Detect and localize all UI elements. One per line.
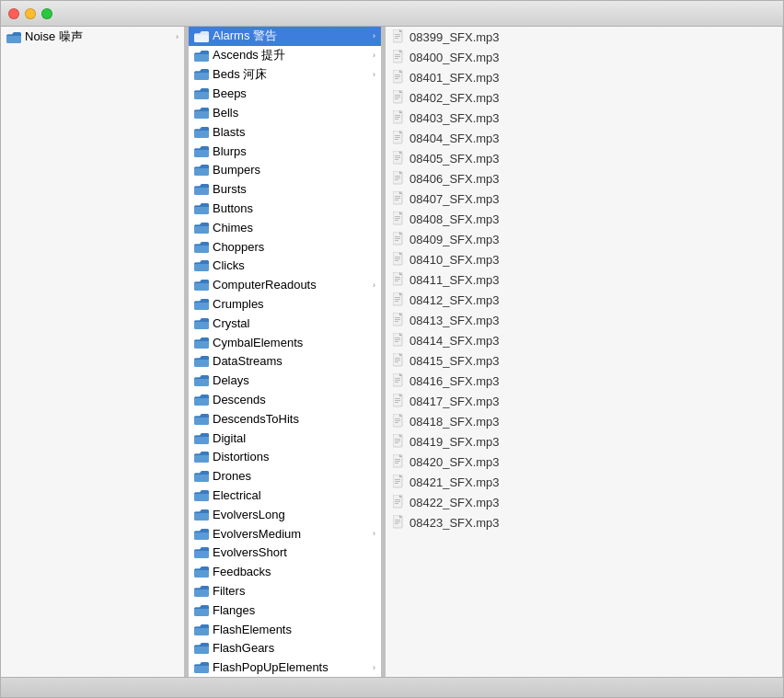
sidebar-item-beds[interactable]: Beds 河床 › <box>189 65 381 85</box>
folder-label: DescendsToHits <box>213 412 375 426</box>
sidebar-item-filters[interactable]: Filters <box>189 581 381 601</box>
audio-file-icon <box>393 29 406 44</box>
sidebar-item-flanges[interactable]: Flanges <box>189 601 381 620</box>
svg-rect-64 <box>395 176 400 177</box>
sidebar-item-evolverslong[interactable]: EvolversLong <box>189 505 381 524</box>
list-item[interactable]: 08416_SFX.mp3 <box>386 371 782 391</box>
svg-rect-40 <box>395 54 400 55</box>
folder-label: Noise 噪声 <box>25 29 172 45</box>
sidebar-item-drones[interactable]: Drones <box>189 466 381 486</box>
sidebar-item-choppers[interactable]: Choppers <box>189 237 381 257</box>
folder-label: Descends <box>213 393 375 406</box>
sidebar-item-alarms[interactable]: Alarms 警告 › <box>189 27 381 46</box>
sidebar-item-digital[interactable]: Digital <box>189 429 381 448</box>
audio-file-icon <box>393 171 406 186</box>
sidebar-item-computerreadouts[interactable]: ComputerReadouts › <box>189 275 381 294</box>
list-item[interactable]: 08406_SFX.mp3 <box>386 168 782 189</box>
sidebar-item-bursts[interactable]: Bursts <box>189 179 381 199</box>
list-item[interactable]: 08421_SFX.mp3 <box>386 472 782 492</box>
sidebar-item-flashgears[interactable]: FlashGears <box>189 639 381 658</box>
folder-icon <box>194 202 209 214</box>
list-item[interactable]: 08411_SFX.mp3 <box>386 269 782 290</box>
list-item[interactable]: 08403_SFX.mp3 <box>386 108 782 128</box>
list-item[interactable]: 08420_SFX.mp3 <box>386 452 782 472</box>
sidebar-item-datastreams[interactable]: DataStreams <box>189 352 381 372</box>
list-item[interactable]: 08422_SFX.mp3 <box>386 492 782 512</box>
sidebar-item-crystal[interactable]: Crystal <box>189 314 381 333</box>
list-item[interactable]: 08408_SFX.mp3 <box>386 209 782 229</box>
folder-icon <box>194 374 209 386</box>
list-item[interactable]: 08399_SFX.mp3 <box>386 27 782 47</box>
file-name: 08401_SFX.mp3 <box>409 71 500 85</box>
audio-file-icon <box>393 353 406 368</box>
folder-icon <box>194 604 209 616</box>
sidebar-item-blasts[interactable]: Blasts <box>189 122 381 142</box>
audio-file-icon <box>393 414 406 429</box>
sidebar-item-beeps[interactable]: Beeps <box>189 84 381 103</box>
list-item[interactable]: 08409_SFX.mp3 <box>386 229 782 249</box>
svg-rect-72 <box>395 216 400 217</box>
folder-label: Ascends 提升 <box>213 47 369 63</box>
file-name: 08408_SFX.mp3 <box>409 212 500 226</box>
sidebar-item-descends[interactable]: Descends <box>189 390 381 409</box>
sidebar-item-evolversshort[interactable]: EvolversShort <box>189 544 381 563</box>
list-item[interactable]: 08400_SFX.mp3 <box>386 47 782 67</box>
folder-label: ComputerReadouts <box>213 278 369 292</box>
file-name: 08415_SFX.mp3 <box>409 354 500 368</box>
folder-icon <box>194 107 209 119</box>
maximize-button[interactable] <box>41 8 52 19</box>
folder-label: Bumpers <box>213 163 375 177</box>
list-item[interactable]: 08402_SFX.mp3 <box>386 87 782 108</box>
folder-label: Electrical <box>213 488 375 502</box>
svg-rect-82 <box>395 260 398 261</box>
sidebar-item-feedbacks[interactable]: Feedbacks <box>189 562 381 581</box>
folder-icon <box>194 298 209 310</box>
list-item[interactable]: 08415_SFX.mp3 <box>386 350 782 371</box>
sidebar-item-bumpers[interactable]: Bumpers <box>189 161 381 180</box>
list-item[interactable]: 08419_SFX.mp3 <box>386 431 782 452</box>
list-item[interactable]: 08404_SFX.mp3 <box>386 128 782 148</box>
sidebar-item-blurps[interactable]: Blurps <box>189 142 381 161</box>
folder-icon <box>194 337 209 349</box>
sidebar-item-buttons[interactable]: Buttons <box>189 199 381 218</box>
list-item[interactable]: 08412_SFX.mp3 <box>386 290 782 310</box>
list-item[interactable]: 08410_SFX.mp3 <box>386 249 782 269</box>
sidebar-item-evolversmedium[interactable]: EvolversMedium › <box>189 524 381 544</box>
minimize-button[interactable] <box>25 8 36 19</box>
sidebar-item-descendstohits[interactable]: DescendsToHits <box>189 409 381 429</box>
sidebar-item-noise[interactable]: Noise 噪声 › <box>1 27 184 47</box>
list-item[interactable]: 08413_SFX.mp3 <box>386 310 782 330</box>
list-item[interactable]: 08407_SFX.mp3 <box>386 189 782 209</box>
chevron-icon: › <box>373 280 375 290</box>
folder-icon <box>194 585 209 597</box>
file-name: 08420_SFX.mp3 <box>409 455 500 469</box>
sidebar-item-flashelements[interactable]: FlashElements <box>189 620 381 639</box>
file-name: 08400_SFX.mp3 <box>409 51 500 64</box>
folder-icon <box>194 509 209 521</box>
sidebar-item-cymbalelements[interactable]: CymbalElements <box>189 333 381 352</box>
list-item[interactable]: 08418_SFX.mp3 <box>386 411 782 431</box>
folder-label: Blurps <box>213 144 375 158</box>
sidebar-item-flashpopupelements[interactable]: FlashPopUpElements › <box>189 658 381 677</box>
svg-rect-98 <box>395 341 398 342</box>
sidebar-item-crumples[interactable]: Crumples <box>189 294 381 314</box>
sidebar-item-chimes[interactable]: Chimes <box>189 218 381 237</box>
sidebar-item-bells[interactable]: Bells <box>189 103 381 122</box>
audio-file-icon <box>393 232 406 246</box>
svg-rect-133 <box>395 521 400 522</box>
title-bar <box>1 1 783 27</box>
sidebar-item-distortions[interactable]: Distortions <box>189 448 381 467</box>
sidebar-item-delays[interactable]: Delays <box>189 371 381 390</box>
list-item[interactable]: 08405_SFX.mp3 <box>386 148 782 168</box>
svg-rect-128 <box>395 499 400 500</box>
list-item[interactable]: 08423_SFX.mp3 <box>386 512 782 532</box>
close-button[interactable] <box>8 8 19 19</box>
sidebar-item-electrical[interactable]: Electrical <box>189 486 381 505</box>
sidebar-item-clicks[interactable]: Clicks <box>189 257 381 276</box>
list-item[interactable]: 08417_SFX.mp3 <box>386 391 782 411</box>
list-item[interactable]: 08401_SFX.mp3 <box>386 67 782 87</box>
svg-rect-36 <box>395 34 400 35</box>
sidebar-item-ascends[interactable]: Ascends 提升 › <box>189 46 381 65</box>
chevron-icon: › <box>373 31 375 40</box>
list-item[interactable]: 08414_SFX.mp3 <box>386 330 782 350</box>
